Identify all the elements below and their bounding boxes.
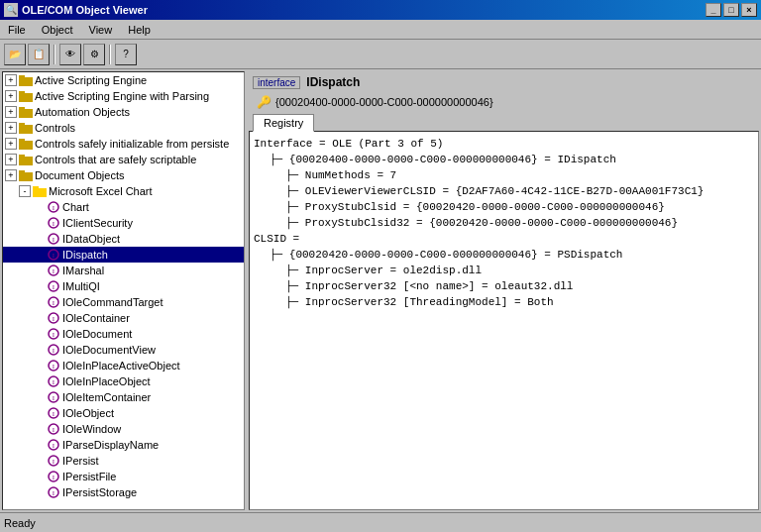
toolbar-separator-2: [109, 45, 111, 64]
tree-item[interactable]: IIOleItemContainer: [3, 389, 244, 405]
tree-item[interactable]: +Active Scripting Engine: [3, 72, 244, 88]
tree-expand-placeholder: [33, 249, 45, 261]
toolbar-btn-3[interactable]: 👁: [59, 44, 81, 65]
registry-content[interactable]: Interface = OLE (Part 3 of 5)├─ {0002040…: [249, 131, 759, 510]
interface-icon: I: [47, 232, 60, 246]
menu-object[interactable]: Object: [38, 23, 77, 37]
tree-item[interactable]: IIOleObject: [3, 405, 244, 421]
tree-item[interactable]: IIMarshal: [3, 263, 244, 278]
tree-item[interactable]: IIDataObject: [3, 231, 244, 247]
tree-item-label: IOleObject: [62, 407, 114, 419]
tree-item[interactable]: IIOleCommandTarget: [3, 294, 244, 310]
tree-expand-icon[interactable]: +: [5, 122, 17, 134]
tree-item[interactable]: IIOleWindow: [3, 421, 244, 437]
tree-item[interactable]: +Controls that are safely scriptable: [3, 152, 244, 167]
tree-item-label: IPersistStorage: [62, 486, 137, 498]
tree-item[interactable]: +Controls safely initializable from pers…: [3, 136, 244, 152]
tree-expand-icon[interactable]: +: [5, 106, 17, 118]
tree-item[interactable]: IIOleInPlaceObject: [3, 373, 244, 389]
guid-icon: 🔑: [257, 95, 272, 109]
registry-line: ├─ ProxyStubClsid32 = {00020420-0000-000…: [254, 215, 754, 231]
tree-item[interactable]: IIClientSecurity: [3, 215, 244, 231]
interface-icon: I: [47, 406, 60, 420]
menu-file[interactable]: File: [4, 23, 30, 37]
tree-item[interactable]: IIOleInPlaceActiveObject: [3, 358, 244, 373]
tree-expand-icon[interactable]: +: [5, 74, 17, 86]
app-icon: 🔍: [4, 3, 18, 17]
tree-expand-placeholder: [33, 280, 45, 292]
svg-text:I: I: [53, 236, 55, 244]
interface-icon: I: [47, 438, 60, 452]
title-bar-left: 🔍 OLE/COM Object Viewer: [4, 3, 148, 17]
svg-text:I: I: [53, 442, 55, 450]
tabs: Registry: [249, 113, 759, 131]
tree-item[interactable]: IIPersistStorage: [3, 484, 244, 500]
menu-help[interactable]: Help: [124, 23, 155, 37]
svg-text:I: I: [53, 363, 55, 371]
interface-icon: I: [47, 279, 60, 293]
tree-item[interactable]: IIDispatch: [3, 247, 244, 263]
tree-item-label: Microsoft Excel Chart: [49, 185, 153, 197]
tree-item[interactable]: IIOleContainer: [3, 310, 244, 326]
tree-item[interactable]: -Microsoft Excel Chart: [3, 183, 244, 199]
tree-item[interactable]: +Active Scripting Engine with Parsing: [3, 88, 244, 104]
svg-text:I: I: [53, 426, 55, 434]
svg-text:I: I: [53, 378, 55, 386]
interface-icon: I: [47, 343, 60, 357]
registry-line: ├─ NumMethods = 7: [254, 167, 754, 183]
interface-name: IDispatch: [306, 75, 360, 89]
tree-item-label: IPersistFile: [62, 471, 116, 482]
tree-item[interactable]: IIPersist: [3, 453, 244, 469]
close-button[interactable]: ×: [741, 3, 757, 17]
tree-item[interactable]: IIParseDisplayName: [3, 437, 244, 453]
svg-rect-3: [19, 91, 25, 94]
tree-item[interactable]: IChart: [3, 199, 244, 215]
tree-item[interactable]: +Automation Objects: [3, 104, 244, 120]
tab-registry[interactable]: Registry: [253, 114, 314, 132]
tree-expand-placeholder: [33, 344, 45, 356]
title-buttons[interactable]: _ □ ×: [706, 3, 757, 17]
interface-label: interface: [253, 76, 300, 89]
registry-line: ├─ {00020420-0000-0000-C000-000000000046…: [254, 247, 754, 263]
folder-icon: [19, 73, 33, 87]
toolbar-btn-5[interactable]: ?: [115, 44, 137, 65]
title-bar: 🔍 OLE/COM Object Viewer _ □ ×: [0, 0, 761, 20]
registry-line: Interface = OLE (Part 3 of 5): [254, 136, 754, 152]
tree-item[interactable]: IIOleDocumentView: [3, 342, 244, 358]
maximize-button[interactable]: □: [723, 3, 739, 17]
toolbar-btn-1[interactable]: 📂: [4, 44, 26, 65]
tree-item-label: Chart: [62, 201, 89, 213]
menu-view[interactable]: View: [85, 23, 117, 37]
minimize-button[interactable]: _: [706, 3, 721, 17]
tree-panel[interactable]: +Active Scripting Engine+Active Scriptin…: [2, 71, 245, 510]
tree-expand-placeholder: [33, 217, 45, 229]
registry-line: CLSID =: [254, 231, 754, 247]
tree-expand-icon[interactable]: +: [5, 169, 17, 181]
tree-item[interactable]: +Document Objects: [3, 167, 244, 183]
tree-expand-icon[interactable]: -: [19, 185, 31, 197]
guid-value: {00020400-0000-0000-C000-000000000046}: [275, 96, 493, 108]
svg-text:I: I: [53, 204, 55, 212]
guid-line: 🔑 {00020400-0000-0000-C000-000000000046}: [249, 93, 759, 111]
toolbar: 📂 📋 👁 ⚙ ?: [0, 40, 761, 69]
tree-expand-placeholder: [33, 439, 45, 451]
tree-expand-placeholder: [33, 407, 45, 419]
folder-icon: [19, 105, 33, 119]
tree-item-label: Controls safely initializable from persi…: [35, 138, 229, 150]
tree-item[interactable]: +Controls: [3, 120, 244, 136]
tree-expand-placeholder: [33, 375, 45, 387]
svg-rect-8: [19, 141, 33, 150]
tree-item[interactable]: IIMultiQI: [3, 278, 244, 294]
tree-expand-icon[interactable]: +: [5, 154, 17, 165]
tree-expand-icon[interactable]: +: [5, 90, 17, 102]
tree-item-label: IOleInPlaceObject: [62, 375, 151, 387]
svg-text:I: I: [53, 410, 55, 418]
toolbar-btn-2[interactable]: 📋: [28, 44, 50, 65]
tree-item[interactable]: IIOleDocument: [3, 326, 244, 342]
tree-expand-icon[interactable]: +: [5, 138, 17, 150]
tree-item-label: IMarshal: [62, 265, 104, 276]
svg-text:I: I: [53, 315, 55, 323]
tree-item[interactable]: IIPersistFile: [3, 469, 244, 484]
registry-line: ├─ {00020400-0000-0000-C000-000000000046…: [254, 152, 754, 167]
toolbar-btn-4[interactable]: ⚙: [83, 44, 105, 65]
